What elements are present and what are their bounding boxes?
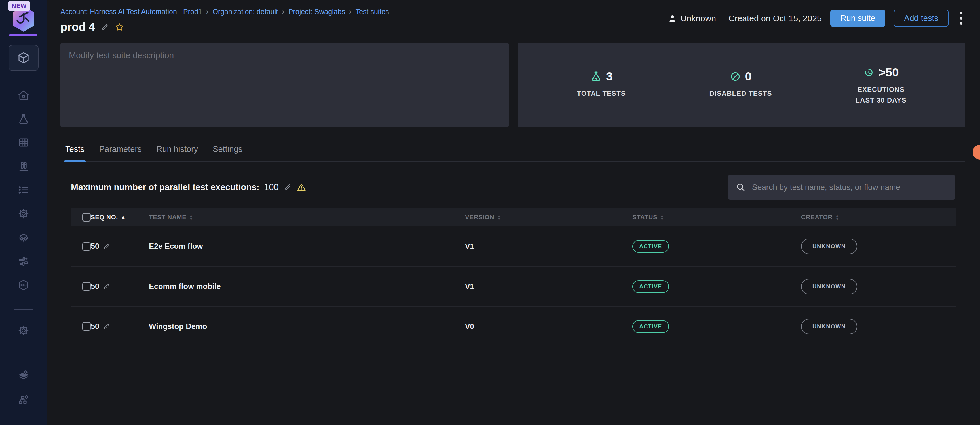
flask-icon: [17, 113, 30, 125]
edit-seq-pencil-icon[interactable]: [103, 323, 110, 330]
column-header-version[interactable]: VERSION▲▼: [465, 214, 632, 221]
executions-value: >50: [878, 66, 899, 79]
more-options-kebab-icon[interactable]: [957, 10, 965, 26]
executions-label2: LAST 30 DAYS: [856, 96, 906, 104]
search-box: [728, 175, 955, 200]
sidebar-item-home[interactable]: [17, 89, 30, 102]
row-checkbox[interactable]: [82, 242, 91, 251]
org-settings-icon: [17, 393, 30, 406]
sidebar-item-checklist[interactable]: [17, 184, 30, 197]
breadcrumb-separator: ›: [282, 7, 285, 16]
grid-icon: [17, 136, 30, 149]
page-header: Account: Harness AI Test Automation - Pr…: [48, 0, 980, 33]
pipelines-icon: [17, 255, 30, 268]
seq-value: 50: [91, 282, 99, 291]
tab-settings[interactable]: Settings: [213, 144, 242, 161]
column-header-creator[interactable]: CREATOR▲▼: [801, 214, 956, 221]
new-badge: NEW: [8, 1, 30, 11]
breadcrumb-test-suites[interactable]: Test suites: [356, 8, 389, 16]
sidebar-item-admin-settings[interactable]: [17, 324, 30, 337]
executions-history-icon: [863, 67, 875, 78]
parallel-executions-label: Maximum number of parallel test executio…: [71, 182, 259, 192]
sidebar-item-pipelines[interactable]: [17, 255, 30, 268]
select-all-checkbox[interactable]: [82, 213, 91, 222]
sidebar-item-settings[interactable]: [17, 207, 30, 220]
gear-icon: [17, 208, 30, 220]
tab-bar: Tests Parameters Run history Settings: [65, 144, 965, 162]
sort-carets-icon: ▲▼: [660, 214, 664, 220]
test-version: V1: [465, 242, 632, 251]
run-suite-button[interactable]: Run suite: [830, 10, 886, 27]
breadcrumb-project[interactable]: Project: Swaglabs: [288, 8, 345, 16]
stat-total-tests: 3 TOTAL TESTS: [577, 70, 625, 100]
sidebar-item-flask[interactable]: [17, 113, 30, 125]
logo-underline: [9, 34, 37, 36]
tab-run-history[interactable]: Run history: [156, 144, 198, 161]
sidebar-item-incognito[interactable]: [17, 231, 30, 244]
table-row[interactable]: 50 E2e Ecom flow V1 ACTIVE UNKNOWN: [71, 227, 956, 266]
sort-carets-icon: ▲▼: [835, 214, 839, 220]
test-name[interactable]: Wingstop Demo: [149, 322, 465, 331]
row-checkbox[interactable]: [82, 282, 91, 291]
parallel-executions-value: 100: [264, 182, 279, 192]
search-input[interactable]: [752, 183, 948, 192]
flask-icon: [590, 71, 602, 82]
main-content: Account: Harness AI Test Automation - Pr…: [48, 0, 980, 425]
disabled-tests-value: 0: [745, 70, 751, 83]
row-checkbox[interactable]: [82, 322, 91, 331]
page-title: prod 4: [60, 21, 95, 33]
breadcrumb-organization[interactable]: Organization: default: [212, 8, 278, 16]
creator-badge: UNKNOWN: [801, 279, 857, 294]
sidebar-item-suites-active[interactable]: [8, 45, 38, 71]
total-tests-value: 3: [606, 70, 612, 83]
sidebar-item-grid[interactable]: [17, 136, 30, 149]
test-tubes-icon: [17, 160, 30, 173]
package-icon: [17, 51, 30, 65]
tests-toolbar: Maximum number of parallel test executio…: [71, 175, 955, 200]
test-version: V1: [465, 282, 632, 291]
column-header-seq[interactable]: SEQ NO.▲: [91, 214, 149, 221]
table-row[interactable]: 50 Wingstop Demo V0 ACTIVE UNKNOWN: [71, 306, 956, 346]
breadcrumb-account[interactable]: Account: Harness AI Test Automation - Pr…: [60, 8, 202, 16]
test-name[interactable]: E2e Ecom flow: [149, 242, 465, 251]
sort-carets-icon: ▲▼: [189, 214, 193, 220]
edit-title-pencil-icon[interactable]: [100, 23, 109, 32]
status-badge: ACTIVE: [632, 280, 669, 293]
home-icon: [17, 89, 30, 101]
status-badge: ACTIVE: [632, 240, 669, 253]
status-badge: ACTIVE: [632, 320, 669, 333]
sidebar-item-test-tubes[interactable]: [17, 160, 30, 173]
edit-parallel-pencil-icon[interactable]: [283, 183, 292, 192]
created-date: Created on Oct 15, 2025: [729, 14, 822, 23]
stats-card: 3 TOTAL TESTS 0 DISABLED TESTS: [518, 43, 965, 127]
breadcrumb-separator: ›: [349, 7, 352, 16]
test-name[interactable]: Ecomm flow mobile: [149, 282, 465, 291]
tab-parameters[interactable]: Parameters: [99, 144, 142, 161]
edit-seq-pencil-icon[interactable]: [103, 283, 110, 290]
tab-tests[interactable]: Tests: [65, 144, 84, 161]
person-icon: [668, 14, 677, 23]
sidebar-item-flows[interactable]: [17, 279, 30, 292]
breadcrumb-separator: ›: [206, 7, 209, 16]
header-actions: Unknown Created on Oct 15, 2025 Run suit…: [668, 10, 965, 27]
search-icon: [735, 182, 746, 192]
column-header-test-name[interactable]: TEST NAME▲▼: [149, 214, 465, 221]
suite-description-input[interactable]: [60, 43, 509, 127]
table-row[interactable]: 50 Ecomm flow mobile V1 ACTIVE UNKNOWN: [71, 266, 956, 306]
executions-label: EXECUTIONS: [856, 86, 906, 94]
stat-disabled-tests: 0 DISABLED TESTS: [710, 70, 772, 100]
sidebar-item-org-structure[interactable]: [17, 393, 30, 406]
parallel-executions: Maximum number of parallel test executio…: [71, 182, 307, 192]
checklist-icon: [17, 184, 30, 197]
column-header-status[interactable]: STATUS▲▼: [632, 214, 801, 221]
seq-value: 50: [91, 242, 99, 251]
sidebar-item-environments[interactable]: [17, 369, 30, 382]
edit-seq-pencil-icon[interactable]: [103, 243, 110, 250]
creator-chip: Unknown: [668, 14, 716, 23]
add-tests-button[interactable]: Add tests: [894, 10, 948, 27]
sort-carets-icon: ▲▼: [497, 214, 501, 220]
seq-value: 50: [91, 322, 99, 331]
sidebar-divider: [14, 354, 33, 354]
sidebar: NEW: [0, 0, 47, 425]
favorite-star-icon[interactable]: [114, 22, 124, 32]
